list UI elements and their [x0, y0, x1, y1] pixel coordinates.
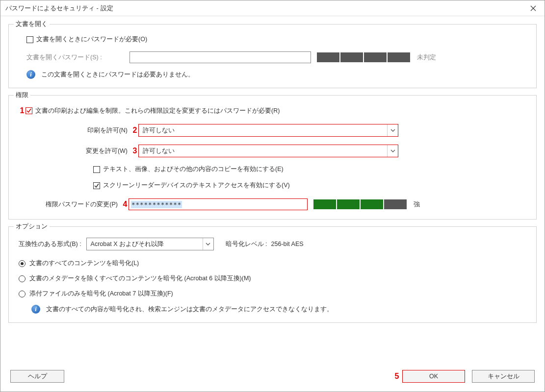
encrypt-all-label: 文書のすべてのコンテンツを暗号化(L): [29, 259, 139, 268]
annotation-marker-4: 4: [122, 200, 129, 209]
strength-seg: [361, 199, 383, 209]
group-open-legend: 文書を開く: [14, 20, 50, 28]
info-icon: i: [26, 70, 35, 79]
change-allow-row: 変更を許可(W) 3 許可しない: [19, 145, 526, 157]
reader-enable-label: スクリーンリーダーデバイスのテキストアクセスを有効にする(V): [103, 181, 290, 190]
print-allow-label: 印刷を許可(N): [19, 126, 131, 135]
strength-seg: [317, 52, 339, 62]
radio-attach-row: 添付ファイルのみを暗号化 (Acrobat 7 以降互換)(F): [19, 290, 526, 298]
require-open-pw-checkbox[interactable]: [26, 36, 33, 43]
open-pw-label: 文書を開くパスワード(S) :: [26, 53, 130, 62]
copy-enable-label: テキスト、画像、およびその他の内容のコピーを有効にする(E): [103, 165, 284, 173]
perm-pw-input[interactable]: ************: [129, 198, 308, 210]
options-info-row: i 文書のすべての内容が暗号化され、検索エンジンは文書のメタデータにアクセスでき…: [31, 305, 526, 314]
group-permissions: 権限 1 文書の印刷および編集を制限。これらの権限設定を変更するにはパスワードが…: [8, 95, 537, 220]
strength-seg: [388, 52, 410, 62]
change-allow-value: 許可しない: [143, 147, 175, 155]
radio-meta-row: 文書のメタデータを除くすべてのコンテンツを暗号化 (Acrobat 6 以降互換…: [19, 274, 526, 283]
group-open-document: 文書を開く 文書を開くときにパスワードが必要(O) 文書を開くパスワード(S) …: [8, 24, 537, 88]
group-permissions-legend: 権限: [14, 91, 30, 99]
strength-seg: [337, 199, 360, 209]
change-allow-label: 変更を許可(W): [19, 147, 131, 155]
print-allow-value: 許可しない: [143, 126, 175, 135]
open-pw-input[interactable]: [130, 51, 311, 63]
radio-all-row: 文書のすべてのコンテンツを暗号化(L): [19, 259, 526, 268]
enc-level-value: 256-bit AES: [271, 241, 304, 247]
strength-seg: [384, 199, 407, 209]
perm-pw-value: ************: [131, 201, 182, 208]
compat-label: 互換性のある形式(B) :: [19, 240, 81, 248]
close-button[interactable]: [522, 0, 545, 16]
check-icon: [26, 108, 31, 113]
perm-pw-strength-label: 強: [414, 200, 420, 209]
chevron-down-icon: [203, 238, 213, 250]
open-pw-row: 文書を開くパスワード(S) : 未判定: [26, 51, 526, 63]
encrypt-attachments-radio[interactable]: [19, 291, 26, 297]
compat-value: Acrobat X およびそれ以降: [91, 240, 164, 248]
copy-enable-checkbox[interactable]: [93, 166, 100, 173]
strength-seg: [340, 52, 363, 62]
annotation-marker-2: 2: [131, 126, 138, 135]
print-allow-row: 印刷を許可(N) 2 許可しない: [19, 124, 526, 137]
close-icon: [530, 5, 536, 11]
group-options: オプション 互換性のある形式(B) : Acrobat X およびそれ以降 暗号…: [8, 226, 537, 323]
enc-level-label: 暗号化レベル :: [226, 240, 267, 248]
restrict-row: 1 文書の印刷および編集を制限。これらの権限設定を変更するにはパスワードが必要(…: [19, 106, 526, 115]
perm-pw-strength-meter: [313, 199, 407, 209]
encrypt-attachments-label: 添付ファイルのみを暗号化 (Acrobat 7 以降互換)(F): [29, 290, 173, 298]
restrict-checkbox[interactable]: [26, 107, 32, 114]
open-pw-strength-label: 未判定: [417, 53, 436, 62]
perm-pw-row: 権限パスワードの変更(P) 4 ************ 強: [19, 198, 526, 210]
chevron-down-icon: [387, 124, 398, 136]
open-info-row: i この文書を開くときにパスワードは必要ありません。: [26, 70, 526, 79]
reader-enable-row: スクリーンリーダーデバイスのテキストアクセスを有効にする(V): [93, 181, 526, 190]
compat-row: 互換性のある形式(B) : Acrobat X およびそれ以降 暗号化レベル :…: [19, 238, 526, 250]
dialog-window: パスワードによるセキュリティ - 設定 文書を開く 文書を開くときにパスワードが…: [0, 0, 545, 392]
radio-dot-icon: [21, 262, 24, 265]
encrypt-all-radio[interactable]: [19, 260, 26, 267]
print-allow-select[interactable]: 許可しない: [138, 124, 398, 137]
strength-seg: [364, 52, 387, 62]
annotation-marker-5: 5: [393, 372, 400, 381]
ok-button[interactable]: OK: [402, 370, 465, 383]
restrict-label: 文書の印刷および編集を制限。これらの権限設定を変更するにはパスワードが必要(R): [35, 107, 280, 115]
annotation-marker-1: 1: [19, 106, 26, 115]
strength-seg: [313, 199, 336, 209]
require-open-pw-row: 文書を開くときにパスワードが必要(O): [26, 35, 526, 44]
cancel-button[interactable]: キャンセル: [472, 370, 535, 383]
ok-button-label: OK: [429, 373, 438, 380]
compat-select[interactable]: Acrobat X およびそれ以降: [86, 238, 214, 250]
change-allow-select[interactable]: 許可しない: [138, 145, 398, 157]
options-info-text: 文書のすべての内容が暗号化され、検索エンジンは文書のメタデータにアクセスできなく…: [46, 305, 333, 314]
open-pw-strength-meter: [317, 52, 410, 62]
require-open-pw-label: 文書を開くときにパスワードが必要(O): [36, 35, 147, 44]
help-button-label: ヘルプ: [28, 372, 47, 381]
help-button[interactable]: ヘルプ: [10, 370, 64, 383]
copy-enable-row: テキスト、画像、およびその他の内容のコピーを有効にする(E): [93, 165, 526, 173]
chevron-down-icon: [387, 145, 398, 157]
cancel-button-label: キャンセル: [488, 372, 519, 381]
encrypt-except-meta-radio[interactable]: [19, 275, 26, 282]
perm-pw-label: 権限パスワードの変更(P): [19, 200, 122, 209]
window-title: パスワードによるセキュリティ - 設定: [5, 4, 113, 13]
encrypt-except-meta-label: 文書のメタデータを除くすべてのコンテンツを暗号化 (Acrobat 6 以降互換…: [29, 274, 251, 283]
titlebar: パスワードによるセキュリティ - 設定: [0, 0, 545, 16]
reader-enable-checkbox[interactable]: [93, 182, 100, 189]
group-options-legend: オプション: [14, 222, 50, 231]
dialog-footer: ヘルプ 5 OK キャンセル: [0, 370, 545, 392]
check-icon: [94, 183, 99, 188]
info-icon: i: [31, 305, 40, 314]
dialog-content: 文書を開く 文書を開くときにパスワードが必要(O) 文書を開くパスワード(S) …: [0, 16, 545, 370]
annotation-marker-3: 3: [131, 147, 138, 155]
open-info-text: この文書を開くときにパスワードは必要ありません。: [41, 71, 194, 79]
